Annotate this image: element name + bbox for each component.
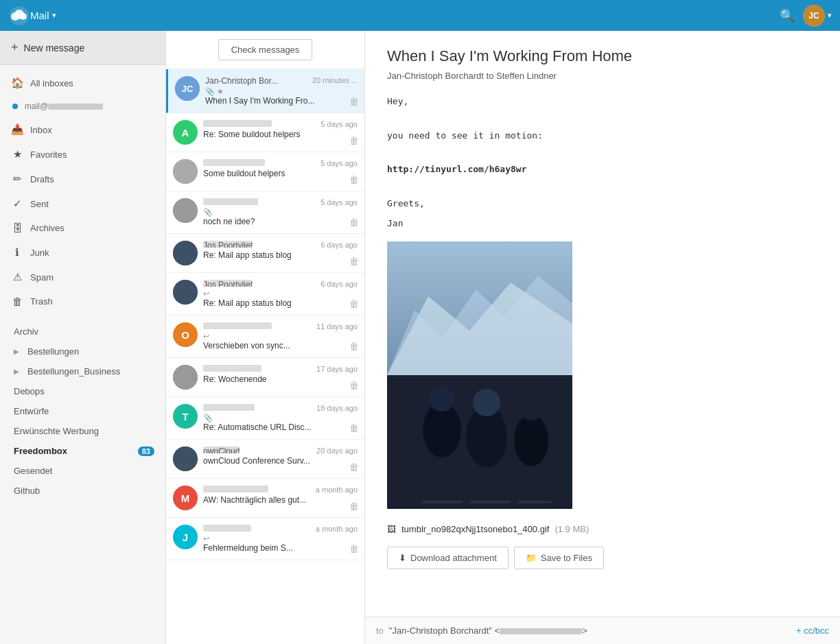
sidebar-item-archives[interactable]: 🗄 Archives	[0, 216, 165, 240]
erwunschte-werbung-label: Erwünschte Werbung	[14, 426, 99, 436]
avatar	[173, 159, 198, 184]
sidebar-item-mail-account[interactable]: mail@	[0, 95, 165, 117]
delete-icon[interactable]: 🗑	[349, 96, 359, 107]
message-content: ownCloud 20 days ago ownCloud Conference…	[203, 446, 358, 466]
table-row[interactable]: 5 days ago 📎 noch ne idee? 🗑	[166, 191, 364, 234]
folder-item-bestellungen-business[interactable]: ▶ Bestellungen_Business	[0, 361, 165, 381]
app-dropdown-arrow[interactable]: ▾	[52, 11, 56, 20]
message-subject: Re: Mail app status blog	[203, 250, 358, 260]
user-dropdown-arrow[interactable]: ▾	[828, 11, 832, 20]
sidebar-item-inbox[interactable]: 📥 Inbox	[0, 117, 165, 142]
sidebar-item-spam[interactable]: ⚠ Spam	[0, 265, 165, 289]
check-messages-bar: Check messages	[166, 31, 364, 69]
delete-icon[interactable]: 🗑	[349, 217, 359, 228]
avatar: T	[173, 404, 198, 429]
avatar	[173, 446, 198, 471]
delete-icon[interactable]: 🗑	[349, 380, 359, 391]
sidebar-item-sent[interactable]: ✓ Sent	[0, 191, 165, 216]
delete-icon[interactable]: 🗑	[349, 256, 359, 267]
download-attachment-button[interactable]: ⬇ Download attachment	[387, 547, 509, 569]
entwurfe-label: Entwürfe	[14, 406, 49, 416]
delete-icon[interactable]: 🗑	[349, 422, 359, 433]
trash-icon: 🗑	[11, 296, 23, 307]
table-row[interactable]: 17 days ago Re: Wochenende 🗑	[166, 358, 364, 397]
sidebar-item-all-inboxes[interactable]: 🏠 All inboxes	[0, 71, 165, 95]
email-link[interactable]: http://tinyurl.com/h6ay8wr	[387, 163, 818, 177]
table-row[interactable]: JC Jan-Christoph Bor... 20 minutes ... 📎…	[166, 69, 364, 113]
inbox-label: Inbox	[30, 125, 52, 135]
email-view: When I Say I'm Working From Home Jan-Chr…	[365, 31, 840, 644]
folder-item-entwurfe[interactable]: Entwürfe	[0, 401, 165, 421]
reply-icon: ↩	[203, 289, 209, 298]
message-content: a month ago AW: Nachträglich alles gut..…	[203, 486, 358, 505]
message-sender	[203, 120, 272, 127]
folder-item-gesendet[interactable]: Gesendet	[0, 461, 165, 481]
avatar: O	[173, 322, 198, 347]
folder-item-github[interactable]: Github	[0, 481, 165, 501]
folder-item-erwunschte-werbung[interactable]: Erwünschte Werbung	[0, 421, 165, 441]
delete-icon[interactable]: 🗑	[349, 543, 359, 554]
message-sender	[203, 198, 258, 205]
delete-icon[interactable]: 🗑	[349, 174, 359, 185]
sidebar-item-trash[interactable]: 🗑 Trash	[0, 289, 165, 313]
archives-icon: 🗄	[11, 222, 23, 234]
delete-icon[interactable]: 🗑	[349, 462, 359, 473]
message-content: 11 days ago ↩ Verschieben von sync...	[203, 322, 358, 350]
archiv-label: Archiv	[14, 326, 38, 337]
folder-item-debops[interactable]: Debops	[0, 381, 165, 401]
check-messages-button[interactable]: Check messages	[218, 39, 313, 60]
message-subject: AW: Nachträglich alles gut...	[203, 495, 358, 505]
star-icon: ★	[11, 148, 23, 160]
table-row[interactable]: Jos Poortvliet 6 days ago Re: Mail app s…	[166, 234, 364, 273]
folder-item-freedombox[interactable]: Freedombox 83	[0, 441, 165, 461]
delete-icon[interactable]: 🗑	[349, 298, 359, 309]
app-name-label: Mail	[30, 10, 49, 21]
avatar: J	[173, 525, 198, 549]
message-content: 5 days ago Re: Some buildout helpers	[203, 120, 358, 139]
delete-icon[interactable]: 🗑	[349, 501, 359, 512]
account-indicator-dot	[12, 104, 18, 109]
trash-label: Trash	[30, 296, 53, 307]
table-row[interactable]: Jos Poortvliet 6 days ago ↩ Re: Mail app…	[166, 273, 364, 315]
search-icon[interactable]: 🔍	[780, 8, 795, 23]
sidebar-folders: Archiv ▶ Bestellungen ▶ Bestellungen_Bus…	[0, 319, 165, 503]
email-to-label: to	[487, 71, 496, 81]
save-to-files-button[interactable]: 📁 Save to Files	[514, 547, 604, 569]
debops-label: Debops	[14, 386, 45, 396]
table-row[interactable]: ownCloud 20 days ago ownCloud Conference…	[166, 440, 364, 479]
mountain-svg	[387, 241, 572, 375]
message-sender: ownCloud	[203, 446, 240, 453]
table-row[interactable]: T 18 days ago 📎 Re: Automatische URL Dis…	[166, 397, 364, 440]
plus-icon: +	[11, 40, 19, 55]
delete-icon[interactable]: 🗑	[349, 135, 359, 146]
email-subject-title: When I Say I'm Working From Home	[387, 47, 818, 65]
folder-item-archiv[interactable]: Archiv	[0, 322, 165, 342]
reply-to-address: "Jan-Christoph Borchardt" <>	[389, 625, 791, 636]
inbox-icon: 📥	[11, 123, 23, 136]
attachment-filename: tumblr_no982qxNjj1tsonebo1_400.gif	[401, 524, 549, 534]
sidebar-item-favorites[interactable]: ★ Favorites	[0, 142, 165, 167]
new-message-button[interactable]: + New message	[0, 31, 165, 65]
svg-point-13	[520, 398, 542, 420]
message-content: 5 days ago 📎 noch ne idee?	[203, 198, 358, 226]
message-time: a month ago	[316, 486, 358, 494]
figures-svg	[387, 375, 572, 509]
cc-bcc-toggle[interactable]: + cc/bcc	[796, 625, 829, 636]
reply-compose-bar: to "Jan-Christoph Borchardt" <> + cc/bcc	[365, 617, 840, 644]
delete-icon[interactable]: 🗑	[349, 341, 359, 352]
sidebar-item-junk[interactable]: ℹ Junk	[0, 240, 165, 265]
drafts-label: Drafts	[30, 174, 54, 184]
table-row[interactable]: A 5 days ago Re: Some buildout helpers 🗑	[166, 113, 364, 152]
table-row[interactable]: J a month ago ↩ Fehlermeldung beim S... …	[166, 518, 364, 560]
sidebar-item-drafts[interactable]: ✏ Drafts	[0, 167, 165, 191]
table-row[interactable]: O 11 days ago ↩ Verschieben von sync... …	[166, 315, 364, 358]
user-avatar[interactable]: JC	[803, 5, 825, 27]
message-sender	[203, 486, 268, 492]
topbar-app-name[interactable]: Mail ▾	[30, 10, 56, 21]
folder-item-bestellungen[interactable]: ▶ Bestellungen	[0, 342, 165, 361]
avatar: A	[173, 120, 198, 145]
junk-label: Junk	[30, 248, 49, 258]
table-row[interactable]: 5 days ago Some buildout helpers 🗑	[166, 152, 364, 191]
avatar: JC	[175, 76, 200, 101]
table-row[interactable]: M a month ago AW: Nachträglich alles gut…	[166, 479, 364, 518]
